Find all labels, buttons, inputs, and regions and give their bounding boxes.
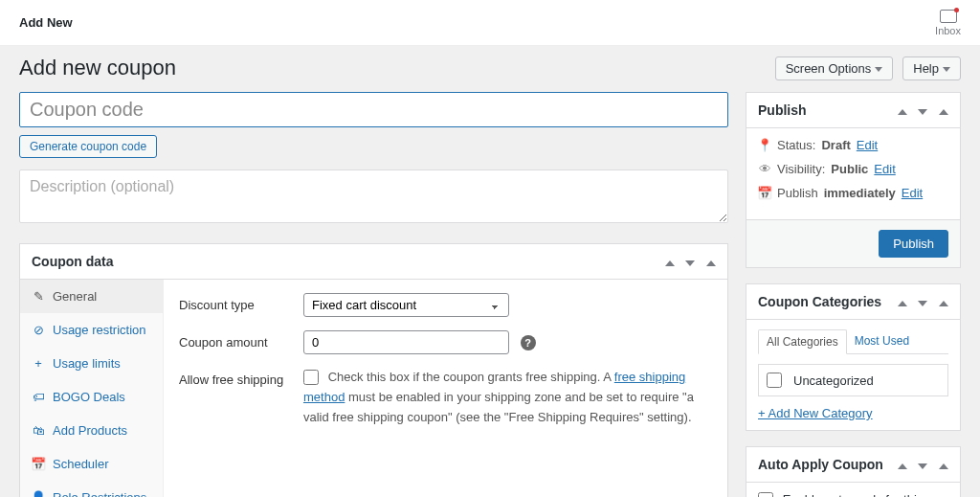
publish-title: Publish — [758, 102, 807, 118]
coupon-data-panel: Coupon data ✎General ⊘Usage restriction … — [19, 243, 728, 497]
tab-bogo-deals[interactable]: 🏷BOGO Deals — [20, 380, 163, 414]
tab-usage-limits[interactable]: +Usage limits — [20, 347, 163, 380]
coupon-code-input[interactable] — [19, 92, 728, 127]
user-icon: 👤 — [32, 490, 45, 497]
help-button[interactable]: Help — [902, 56, 961, 80]
edit-status-link[interactable]: Edit — [857, 138, 878, 152]
tab-general[interactable]: ✎General — [20, 280, 163, 313]
toggle-icon[interactable] — [939, 109, 948, 115]
tab-add-products[interactable]: 🛍Add Products — [20, 414, 163, 447]
free-shipping-label: Allow free shipping — [179, 368, 303, 387]
move-up-icon[interactable] — [665, 260, 675, 266]
bag-icon: 🛍 — [32, 423, 45, 438]
tag-icon: 🏷 — [32, 390, 45, 404]
eye-icon: 👁 — [758, 162, 771, 176]
wrench-icon: ✎ — [32, 289, 45, 304]
screen-options-button[interactable]: Screen Options — [775, 56, 894, 80]
calendar-icon: 📅 — [758, 186, 771, 200]
page-title: Add new coupon — [19, 56, 176, 80]
toggle-icon[interactable] — [939, 301, 948, 306]
publish-box: Publish 📍 Status: Draft Edit 👁 Visibilit… — [746, 92, 961, 268]
tab-usage-restriction[interactable]: ⊘Usage restriction — [20, 313, 163, 347]
panel-controls — [657, 255, 716, 269]
auto-apply-title: Auto Apply Coupon — [758, 457, 883, 472]
move-up-icon[interactable] — [898, 301, 907, 306]
inbox-label: Inbox — [935, 25, 961, 36]
move-down-icon[interactable] — [918, 109, 927, 115]
categories-box: Coupon Categories All Categories Most Us… — [746, 283, 961, 431]
auto-apply-checkbox[interactable] — [758, 492, 773, 497]
description-input[interactable] — [19, 169, 728, 223]
toggle-icon[interactable] — [706, 260, 716, 266]
free-shipping-checkbox[interactable] — [303, 370, 319, 385]
free-shipping-description: Check this box if the coupon grants free… — [303, 370, 694, 424]
calendar-icon: 📅 — [32, 457, 45, 471]
plus-icon: + — [32, 356, 45, 371]
move-down-icon[interactable] — [918, 301, 927, 306]
move-up-icon[interactable] — [898, 109, 907, 115]
inbox-icon — [940, 10, 957, 23]
move-up-icon[interactable] — [898, 463, 907, 469]
ban-icon: ⊘ — [32, 323, 45, 337]
move-down-icon[interactable] — [918, 463, 927, 469]
categories-title: Coupon Categories — [758, 294, 881, 309]
tab-most-used[interactable]: Most Used — [847, 329, 917, 353]
breadcrumb-title: Add New — [19, 15, 73, 30]
chevron-down-icon — [875, 67, 882, 72]
uncategorized-label: Uncategorized — [793, 373, 874, 388]
edit-publish-date-link[interactable]: Edit — [902, 186, 923, 200]
auto-apply-box: Auto Apply Coupon Enable auto apply for … — [746, 446, 961, 497]
tab-role-restrictions[interactable]: 👤Role Restrictions — [20, 481, 163, 497]
coupon-amount-label: Coupon amount — [179, 330, 303, 350]
uncategorized-checkbox[interactable] — [767, 373, 782, 388]
add-new-category-link[interactable]: + Add New Category — [758, 406, 873, 420]
generate-code-button[interactable]: Generate coupon code — [19, 135, 157, 158]
discount-type-label: Discount type — [179, 293, 303, 312]
inbox-button[interactable]: Inbox — [935, 10, 961, 36]
edit-visibility-link[interactable]: Edit — [874, 162, 895, 176]
discount-type-select[interactable]: Fixed cart discount — [303, 293, 509, 317]
move-down-icon[interactable] — [685, 260, 695, 266]
tab-scheduler[interactable]: 📅Scheduler — [20, 447, 163, 481]
chevron-down-icon — [943, 67, 950, 72]
help-icon[interactable]: ? — [521, 335, 536, 350]
toggle-icon[interactable] — [939, 463, 948, 469]
publish-button[interactable]: Publish — [879, 230, 948, 258]
coupon-amount-input[interactable] — [303, 330, 509, 354]
pin-icon: 📍 — [758, 138, 771, 152]
auto-apply-label: Enable auto apply for this coupon. — [758, 492, 923, 497]
tab-all-categories[interactable]: All Categories — [758, 329, 847, 354]
panel-title: Coupon data — [32, 254, 114, 269]
